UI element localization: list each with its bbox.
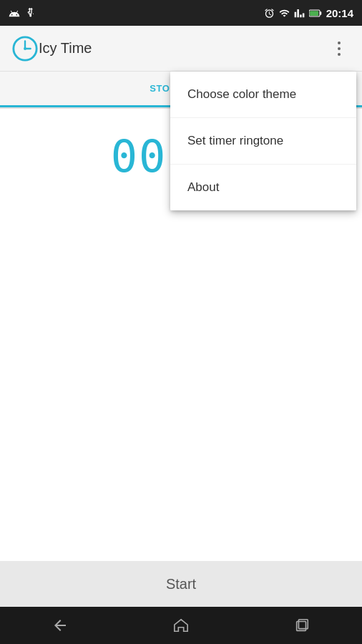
menu-dot-1 <box>338 42 341 44</box>
nav-bar <box>0 607 362 644</box>
svg-marker-7 <box>175 620 187 632</box>
back-icon <box>52 617 69 634</box>
svg-rect-2 <box>310 11 318 16</box>
android-icon <box>9 7 20 19</box>
battery-icon <box>309 8 322 19</box>
menu-item-about[interactable]: About <box>170 165 356 210</box>
more-vert-button[interactable] <box>328 37 351 60</box>
app-title: Icy Time <box>39 40 328 57</box>
status-bar-right: 20:14 <box>264 7 353 19</box>
home-button[interactable] <box>167 611 195 640</box>
app-bar: Icy Time <box>0 26 362 72</box>
menu-item-color-theme[interactable]: Choose color theme <box>170 72 356 118</box>
signal-icon <box>294 8 305 19</box>
start-button-container: Start <box>0 561 362 607</box>
menu-item-timer-ringtone[interactable]: Set timer ringtone <box>170 118 356 165</box>
svg-rect-1 <box>320 11 321 15</box>
start-button[interactable]: Start <box>166 576 196 592</box>
status-bar-left <box>9 7 37 19</box>
menu-dot-2 <box>338 47 341 50</box>
svg-point-6 <box>24 47 26 50</box>
status-time: 20:14 <box>326 7 353 19</box>
usb-icon <box>26 7 37 19</box>
recents-button[interactable] <box>288 611 316 640</box>
recents-icon <box>294 618 310 633</box>
app-logo <box>11 35 39 62</box>
menu-dot-3 <box>338 53 341 56</box>
wifi-icon <box>279 8 290 19</box>
svg-rect-9 <box>298 620 308 629</box>
back-button[interactable] <box>46 611 74 640</box>
alarm-icon <box>264 8 275 19</box>
status-bar: 20:14 <box>0 0 362 26</box>
dropdown-menu: Choose color theme Set timer ringtone Ab… <box>170 72 356 210</box>
home-icon <box>173 618 189 633</box>
